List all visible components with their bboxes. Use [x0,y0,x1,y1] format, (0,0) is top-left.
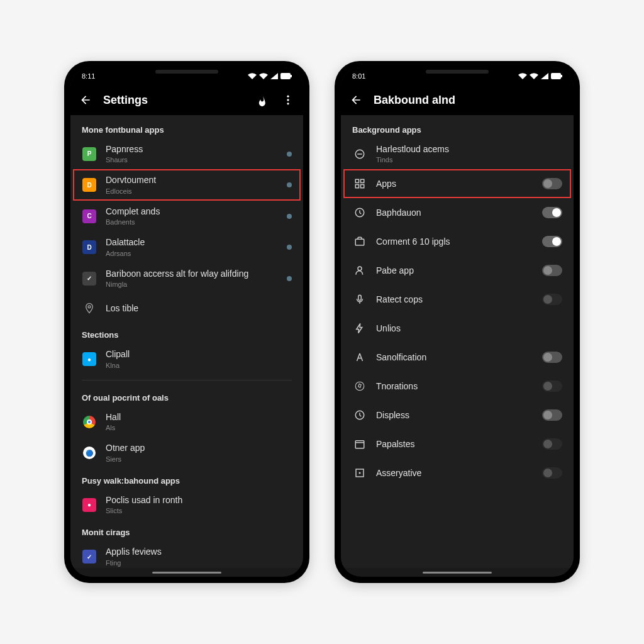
toggle-switch[interactable] [542,236,562,247]
toggle-switch[interactable] [542,207,562,218]
list-item[interactable]: Asseryative [341,458,574,487]
item-sublabel: Fting [106,558,292,567]
toggle-switch[interactable] [542,178,562,189]
item-text: Sanolfication [376,352,533,363]
toggle-switch[interactable] [542,380,562,392]
section-header: Monit cirags [70,520,303,541]
item-text: ClipallKlna [106,348,292,369]
item-text: Pabe app [376,265,533,276]
toggle-switch[interactable] [542,409,562,421]
item-label: Otner app [106,442,292,453]
back-button[interactable] [77,91,94,109]
app-bar: Bakbound alnd [341,85,574,115]
list-item[interactable]: Unlios [341,314,574,343]
list-item[interactable]: Ratect cops [341,285,574,314]
item-text: Harlestloud acemsTinds [376,143,562,164]
content-left[interactable]: Mone fontbunal appsPPapnressShaursDDorvt… [70,115,303,568]
list-item[interactable]: Harlestloud acemsTinds [341,138,574,169]
font-icon [352,350,367,365]
wifi-icon [248,73,257,79]
item-text: Complet andsBadnents [106,206,278,226]
nav-bar [70,568,303,577]
svg-point-18 [355,382,364,391]
toggle-switch[interactable] [542,294,562,305]
status-dot [287,152,292,157]
item-label: Sanolfication [376,352,533,363]
list-item[interactable]: HallAls [70,406,303,437]
item-label: Tnorations [376,380,533,392]
toggle-switch[interactable] [542,352,562,363]
section-header: Of oual pocrint of oals [70,386,303,406]
list-item[interactable]: Papalstes [341,430,574,458]
item-label: Hall [106,411,292,423]
app-icon: 🔵 [82,445,97,460]
list-item[interactable]: Sanolfication [341,343,574,372]
item-label: Baphdauon [376,207,533,218]
list-item[interactable]: Pabe app [341,256,574,285]
item-sublabel: Siers [106,455,292,464]
grid-icon [352,176,367,191]
status-dot [287,276,292,281]
list-item[interactable]: CComplet andsBadnents [70,201,303,231]
item-label: Asseryative [376,467,533,479]
list-item[interactable]: 🔵Otner appSiers [70,437,303,468]
calendar-icon [352,436,367,452]
item-text: Otner appSiers [106,442,292,463]
list-item[interactable]: DDalattacleAdrsans [70,231,303,262]
item-text: DorvtoumentEdloceis [106,174,278,195]
svg-rect-13 [361,185,364,188]
flame-button[interactable] [253,91,270,109]
wifi-icon-2 [530,73,538,79]
item-label: Displess [376,409,533,421]
item-text: DalattacleAdrsans [106,236,278,257]
circle-minus-icon [352,147,367,162]
list-item[interactable]: ●Poclis usad in ronthSlicts [70,489,303,520]
clock-icon [352,205,367,220]
list-item[interactable]: Baphdauon [341,198,574,227]
list-item[interactable]: PPapnressShaurs [70,138,303,169]
list-item[interactable]: Tnorations [341,372,574,401]
app-icon: ● [82,352,97,367]
item-label: Papnress [106,143,278,155]
list-item[interactable]: DDorvtoumentEdloceis [73,169,301,200]
list-item[interactable]: Los tible [70,294,303,323]
briefcase-icon [352,234,367,249]
item-text: Bariboon accerss alt for wlay alifdingNi… [106,268,278,289]
list-item[interactable]: Apps [343,169,571,198]
square-icon [352,465,367,480]
back-icon [350,94,362,106]
app-bar: Settings [70,85,303,115]
item-sublabel: Shaurs [106,155,278,164]
item-label: Applis feviews [106,546,292,557]
phone-right: 8:01 Bakbound alnd Background appsHarles… [335,61,580,583]
item-sublabel: Nimgla [106,280,278,289]
svg-rect-12 [355,185,358,188]
toggle-switch[interactable] [542,438,562,450]
item-label: Clipall [106,348,292,360]
item-text: Apps [376,178,533,189]
svg-point-16 [358,267,362,270]
section-header: Mone fontbunal apps [70,118,303,138]
status-bar: 8:01 [341,67,574,85]
app-icon: ✓ [82,271,97,286]
toggle-switch[interactable] [542,265,562,276]
list-item[interactable]: Displess [341,401,574,430]
phone-left: 8:11 Settings Mone fontbunal appsPPapnre… [64,61,309,583]
content-right[interactable]: Background appsHarlestloud acemsTindsApp… [341,115,574,568]
item-sublabel: Slicts [106,506,292,515]
back-button[interactable] [347,91,365,109]
list-item[interactable]: ✓Bariboon accerss alt for wlay alifdingN… [70,263,303,294]
svg-rect-20 [355,441,364,448]
list-item[interactable]: ●ClipallKlna [70,343,303,374]
svg-rect-0 [280,73,291,79]
list-item[interactable]: ✓Applis feviewsFting [70,541,303,568]
divider [82,380,292,380]
item-text: Displess [376,409,533,421]
svg-rect-1 [291,75,292,77]
list-item[interactable]: Corment 6 10 ipgls [341,227,574,256]
item-sublabel: Tinds [376,155,562,164]
more-button[interactable] [279,91,297,109]
toggle-switch[interactable] [542,467,562,479]
svg-point-3 [287,99,289,101]
item-text: Applis feviewsFting [106,546,292,567]
